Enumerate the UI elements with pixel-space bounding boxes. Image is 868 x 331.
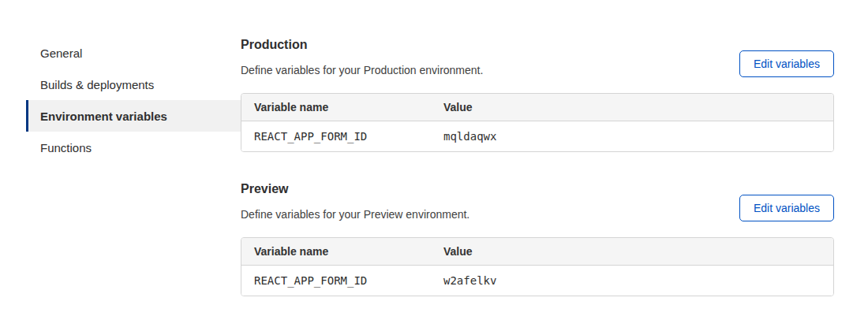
table-header-row: Variable name Value (241, 94, 833, 121)
sidebar-item-environment-variables[interactable]: Environment variables (26, 100, 241, 132)
preview-section-text: Preview Define variables for your Previe… (241, 182, 470, 221)
production-variables-table: Variable name Value REACT_APP_FORM_ID mq… (241, 93, 834, 152)
sidebar-item-builds-deployments[interactable]: Builds & deployments (26, 69, 241, 100)
sidebar-item-label: Environment variables (40, 110, 167, 123)
preview-section: Preview Define variables for your Previe… (241, 182, 834, 296)
production-section-text: Production Define variables for your Pro… (241, 38, 483, 77)
preview-section-title: Preview (241, 182, 470, 196)
column-header-variable-name: Variable name (241, 94, 431, 121)
production-section-title: Production (241, 38, 483, 52)
table-header-row: Variable name Value (241, 238, 833, 266)
variable-value-cell: mqldaqwx (431, 121, 833, 152)
sidebar-item-label: Functions (40, 141, 92, 154)
variable-name-cell: REACT_APP_FORM_ID (241, 121, 431, 152)
environment-variables-content: Production Define variables for your Pro… (241, 0, 868, 331)
table-row: REACT_APP_FORM_ID mqldaqwx (241, 121, 833, 152)
table-row: REACT_APP_FORM_ID w2afelkv (241, 266, 833, 296)
production-section-description: Define variables for your Production env… (241, 63, 483, 77)
preview-variables-table: Variable name Value REACT_APP_FORM_ID w2… (241, 237, 834, 296)
sidebar-item-functions[interactable]: Functions (26, 132, 241, 163)
sidebar-item-label: Builds & deployments (40, 78, 154, 91)
column-header-variable-name: Variable name (241, 238, 431, 266)
variable-name-cell: REACT_APP_FORM_ID (241, 266, 431, 296)
settings-sidebar: General Builds & deployments Environment… (26, 0, 241, 331)
sidebar-item-label: General (40, 46, 82, 60)
preview-section-description: Define variables for your Preview enviro… (241, 207, 470, 221)
column-header-value: Value (431, 238, 833, 266)
sidebar-item-general[interactable]: General (26, 37, 241, 69)
edit-variables-button-production[interactable]: Edit variables (739, 50, 834, 77)
settings-page: General Builds & deployments Environment… (0, 0, 868, 331)
edit-variables-button-preview[interactable]: Edit variables (739, 195, 834, 221)
production-section: Production Define variables for your Pro… (241, 38, 834, 152)
variable-value-cell: w2afelkv (431, 266, 833, 296)
column-header-value: Value (431, 94, 833, 121)
